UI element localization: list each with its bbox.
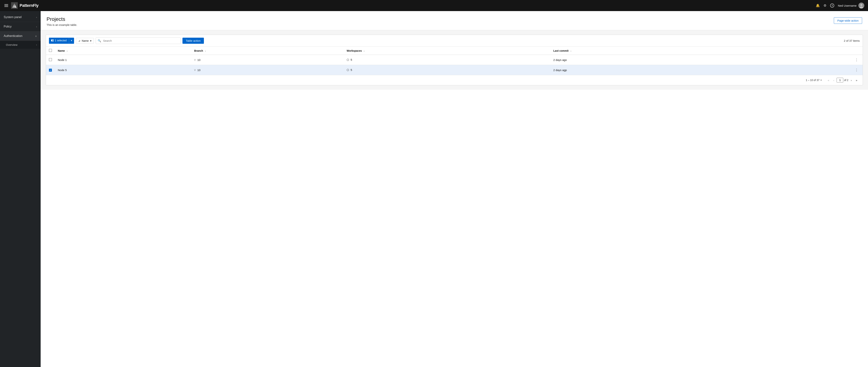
cell-workspaces: ⬡ 5: [344, 55, 550, 65]
sidebar-item-authentication[interactable]: Authentication ∨: [0, 31, 41, 41]
sort-icon-branch: ↕: [205, 50, 206, 52]
chevron-right-icon: ›: [36, 43, 37, 46]
toolbar: 1 selected ▾ ⊿ Name ▾ 🔍: [46, 35, 863, 47]
table-row: Node 5 ⑂ 10 ⬡ 5 2 days agp ⋮: [46, 65, 863, 75]
per-page-chevron-icon: ▾: [820, 79, 822, 81]
next-page-button[interactable]: ›: [849, 78, 854, 82]
avatar: [858, 3, 864, 8]
search-input[interactable]: [103, 38, 180, 44]
svg-point-5: [860, 4, 863, 6]
table-container: 1 selected ▾ ⊿ Name ▾ 🔍: [46, 35, 863, 85]
header-checkbox[interactable]: [49, 49, 52, 52]
search-wrapper: 🔍: [96, 37, 181, 44]
row-kebab-menu[interactable]: ⋮: [854, 68, 860, 72]
chevron-right-icon: ›: [36, 16, 37, 19]
row-checkbox-cell: [46, 65, 55, 75]
filter-button[interactable]: ⊿ Name ▾: [76, 38, 94, 44]
table-row: Node 1 ⑂ 10 ⬡ 5 2 days ago ⋮: [46, 55, 863, 65]
pagination-bar: 1 – 10 of 37 ▾ « ‹ of 2 › »: [46, 75, 863, 85]
selected-label: 1 selected: [55, 39, 67, 42]
sidebar-item-policy[interactable]: Policy ›: [0, 22, 41, 31]
data-table: Name ↕ Branch ↕ Workspaces ↕: [46, 47, 863, 75]
workspace-icon: ⬡: [347, 68, 349, 71]
header-workspaces[interactable]: Workspaces ↕: [344, 47, 550, 55]
app-name: PatternFly: [20, 3, 39, 8]
top-navigation: PatternFly 🔔 ⚙ ? Ned Username: [0, 0, 868, 11]
filter-label: Name: [82, 39, 89, 42]
cell-name: Node 5: [55, 65, 191, 75]
sidebar-subitem-overview[interactable]: Overview ›: [0, 41, 41, 49]
cell-branch: ⑂ 10: [191, 65, 344, 75]
page-header: Projects This is an example table. Page-…: [41, 11, 868, 30]
last-page-button[interactable]: »: [854, 78, 859, 82]
selected-button[interactable]: 1 selected: [49, 38, 69, 44]
hamburger-menu[interactable]: [4, 3, 9, 7]
header-name[interactable]: Name ↕: [55, 47, 191, 55]
search-icon: 🔍: [96, 39, 103, 42]
header-branch[interactable]: Branch ↕: [191, 47, 344, 55]
cell-workspaces: ⬡ 5: [344, 65, 550, 75]
table-action-button[interactable]: Table action: [183, 38, 204, 44]
pagination-nav: « ‹ of 2 › »: [826, 78, 859, 82]
page-subtitle: This is an example table.: [46, 23, 77, 26]
filter-chevron-icon: ▾: [90, 39, 91, 42]
branch-icon: ⑂: [194, 68, 196, 72]
row-checkbox-node1[interactable]: [49, 58, 52, 61]
sidebar-item-label: Policy: [4, 25, 12, 28]
header-last-commit[interactable]: Last commit ↕: [550, 47, 757, 55]
page-title: Projects: [46, 16, 77, 22]
sidebar-item-system-panel[interactable]: System panel ›: [0, 12, 41, 22]
branch-icon: ⑂: [194, 58, 196, 62]
row-checkbox-cell: [46, 55, 55, 65]
cell-last-commit: 2 days agp: [550, 65, 757, 75]
filter-icon: ⊿: [78, 39, 80, 42]
notification-icon[interactable]: 🔔: [816, 3, 820, 7]
header-actions: [757, 47, 863, 55]
chevron-down-icon: ∨: [35, 35, 37, 37]
chevron-right-icon: ›: [36, 25, 37, 28]
page-number-input[interactable]: [837, 78, 843, 82]
table-header-row: Name ↕ Branch ↕ Workspaces ↕: [46, 47, 863, 55]
workspace-icon: ⬡: [347, 58, 349, 61]
sidebar-subitem-label: Overview: [6, 43, 18, 46]
selected-dropdown[interactable]: 1 selected ▾: [49, 38, 74, 44]
app-logo[interactable]: PatternFly: [11, 2, 39, 9]
cell-last-commit: 2 days ago: [550, 55, 757, 65]
sidebar-subitems-authentication: Overview ›: [0, 41, 41, 49]
prev-page-button[interactable]: ‹: [832, 78, 836, 82]
header-checkbox-cell: [46, 47, 55, 55]
row-checkbox-node5[interactable]: [49, 69, 52, 72]
sort-icon-last-commit: ↕: [570, 50, 571, 52]
sidebar-item-label: Authentication: [4, 34, 22, 38]
per-page-label: 1 – 10 of 37: [806, 79, 819, 81]
sidebar-item-label: System panel: [4, 15, 22, 19]
main-content: Projects This is an example table. Page-…: [41, 11, 868, 367]
user-menu[interactable]: Ned Username: [838, 3, 864, 8]
username-label: Ned Username: [838, 4, 857, 7]
row-kebab-menu[interactable]: ⋮: [854, 58, 860, 62]
table-area: 1 selected ▾ ⊿ Name ▾ 🔍: [41, 30, 868, 90]
page-of-label: of 2: [844, 79, 848, 81]
settings-icon[interactable]: ⚙: [824, 3, 827, 7]
row-actions-cell: ⋮: [757, 55, 863, 65]
indeterminate-checkbox-icon: [51, 39, 54, 41]
sidebar: System panel › Policy › Authentication ∨…: [0, 11, 41, 367]
cell-branch: ⑂ 10: [191, 55, 344, 65]
first-page-button[interactable]: «: [826, 78, 831, 82]
sort-icon-workspaces: ↕: [364, 50, 365, 52]
help-icon[interactable]: ?: [830, 3, 834, 7]
sort-icon-name: ↕: [67, 50, 68, 52]
cell-name: Node 1: [55, 55, 191, 65]
page-wide-action-button[interactable]: Page-wide action: [834, 18, 862, 24]
per-page-select[interactable]: 1 – 10 of 37 ▾: [806, 79, 822, 81]
selected-chevron-button[interactable]: ▾: [69, 38, 74, 44]
row-actions-cell: ⋮: [757, 65, 863, 75]
items-count: 2 of 37 items: [844, 39, 860, 42]
